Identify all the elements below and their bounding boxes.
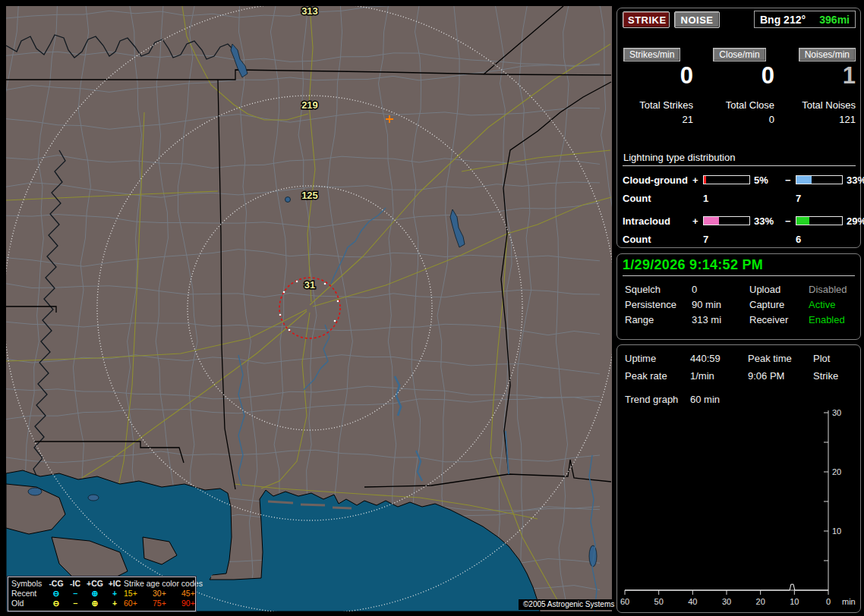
cg-minus-count: 7 xyxy=(796,193,843,204)
pos-cg-old-icon: ⊕ xyxy=(84,599,106,608)
noises-per-min-value: 1 xyxy=(786,63,856,89)
ic-plus-pct: 33% xyxy=(750,215,785,227)
ring-label-125: 125 xyxy=(301,190,318,201)
ic-minus-pct: 29% xyxy=(843,215,864,227)
trend-graph-value: 60 min xyxy=(690,394,748,405)
svg-text:10: 10 xyxy=(790,597,799,606)
svg-text:20: 20 xyxy=(756,597,765,606)
noise-mode-button[interactable]: NOISE xyxy=(674,11,720,28)
age-badge-75: 75+ xyxy=(153,599,181,608)
total-close-value: 0 xyxy=(705,114,774,125)
count-label: Count xyxy=(623,234,692,245)
age-badge-60: 60+ xyxy=(124,599,153,608)
capture-value: Active xyxy=(809,299,860,310)
ic-minus-bar xyxy=(796,216,843,225)
status-panel: 1/29/2026 9:14:52 PM Squelch 0 Upload Di… xyxy=(616,253,861,340)
total-noises-value: 121 xyxy=(786,114,856,125)
peak-time-label: Peak time xyxy=(748,353,813,364)
cloud-ground-count-row: Count 1 7 xyxy=(623,188,856,208)
intracloud-label: Intracloud xyxy=(623,215,692,227)
strike-symbols-legend: Symbols -CG -IC +CG +IC Strike age color… xyxy=(8,577,196,611)
strikes-per-min-chip: Strikes/min xyxy=(623,48,680,61)
ic-minus-fill xyxy=(796,217,809,225)
peak-rate-row: Peak rate 1/min 9:06 PM Strike xyxy=(617,367,860,385)
plot-value: Strike xyxy=(813,370,860,382)
svg-text:20: 20 xyxy=(832,467,841,476)
close-per-min-chip: Close/min xyxy=(713,48,765,61)
ic-plus-fill xyxy=(704,217,719,225)
cg-plus-count: 1 xyxy=(703,193,750,204)
pos-ic-recent-icon: + xyxy=(106,589,124,599)
neg-ic-old-icon: − xyxy=(66,599,84,608)
intracloud-row: Intracloud + 33% − 29% xyxy=(623,212,856,229)
legend-age-title: Strike age color codes xyxy=(124,579,212,589)
persistence-label: Persistence xyxy=(625,299,692,310)
close-per-min-value: 0 xyxy=(705,63,774,89)
svg-text:min: min xyxy=(842,597,856,606)
pos-ic-old-icon: + xyxy=(106,599,124,608)
age-badge-45: 45+ xyxy=(181,589,212,599)
peak-rate-value: 1/min xyxy=(690,370,748,382)
capture-label: Capture xyxy=(749,299,809,310)
age-badge-90: 90+ xyxy=(181,599,212,608)
uptime-label: Uptime xyxy=(625,353,690,364)
cg-plus-fill xyxy=(704,176,706,184)
bearing-readout: Bng 212° 396mi xyxy=(754,11,856,28)
status-row: Persistence 90 min Capture Active xyxy=(617,297,860,312)
total-strikes-value: 21 xyxy=(623,114,693,125)
svg-text:0: 0 xyxy=(826,597,831,606)
cg-plus-pct: 5% xyxy=(750,174,785,186)
legend-col-neg-ic: -IC xyxy=(66,579,84,589)
ring-label-313: 313 xyxy=(301,6,318,17)
minus-sign: − xyxy=(785,174,796,186)
bearing-range: 396mi xyxy=(819,14,850,26)
cg-plus-bar xyxy=(703,175,750,184)
neg-ic-recent-icon: − xyxy=(66,589,84,599)
svg-text:40: 40 xyxy=(688,597,697,606)
strike-rate-series xyxy=(625,584,828,590)
svg-text:30: 30 xyxy=(832,408,841,417)
total-strikes-label: Total Strikes xyxy=(623,99,693,111)
strike-mode-button[interactable]: STRIKE xyxy=(623,11,670,28)
age-badge-15: 15+ xyxy=(124,589,153,599)
receiver-value: Enabled xyxy=(809,314,860,325)
range-value: 313 mi xyxy=(692,314,749,325)
intracloud-count-row: Count 7 6 xyxy=(623,229,856,249)
pos-cg-recent-icon: ⊕ xyxy=(84,589,106,599)
map-canvas[interactable]: 313 219 125 31 Symbols -CG -IC +CG +IC S… xyxy=(6,6,612,611)
bearing-label: Bng 212° xyxy=(760,14,806,26)
plus-sign: + xyxy=(692,174,703,186)
cloud-ground-label: Cloud-ground xyxy=(623,174,692,186)
squelch-label: Squelch xyxy=(625,284,692,295)
total-noises-label: Total Noises xyxy=(786,99,856,111)
peak-rate-label: Peak rate xyxy=(625,370,690,382)
trend-graph-label: Trend graph xyxy=(625,394,690,405)
uptime-value: 440:59 xyxy=(690,353,748,364)
plot-label: Plot xyxy=(813,353,860,364)
status-row: Range 313 mi Receiver Enabled xyxy=(617,312,860,327)
cg-minus-fill xyxy=(796,176,812,184)
range-label: Range xyxy=(625,314,692,325)
uptime-row: Uptime 440:59 Peak time Plot xyxy=(617,345,860,367)
legend-col-pos-cg: +CG xyxy=(84,579,106,589)
ic-plus-bar xyxy=(703,216,750,225)
strike-stats-panel: STRIKE NOISE Bng 212° 396mi Strikes/min … xyxy=(616,8,861,248)
datetime-display: 1/29/2026 9:14:52 PM xyxy=(623,257,855,273)
neg-cg-recent-icon: ⊖ xyxy=(46,589,66,599)
divider xyxy=(623,275,855,276)
upload-value: Disabled xyxy=(809,284,860,295)
nexstorm-window: { "map": { "ring_labels": ["313", "219",… xyxy=(0,0,864,616)
neg-cg-old-icon: ⊖ xyxy=(46,599,66,608)
trend-panel: Uptime 440:59 Peak time Plot Peak rate 1… xyxy=(616,344,861,613)
trend-graph: 6050403020100min102030 xyxy=(617,406,862,614)
legend-title: Symbols xyxy=(11,579,46,589)
age-badge-30: 30+ xyxy=(153,589,181,599)
noises-per-min-chip: Noises/min xyxy=(799,48,856,61)
cg-minus-pct: 33% xyxy=(843,174,864,186)
squelch-value: 0 xyxy=(692,284,749,295)
count-label: Count xyxy=(623,193,692,204)
svg-text:30: 30 xyxy=(722,597,731,606)
total-close-label: Total Close xyxy=(705,99,774,111)
plus-sign: + xyxy=(692,215,703,227)
copyright-label: ©2005 Astrogenic Systems xyxy=(519,599,619,610)
